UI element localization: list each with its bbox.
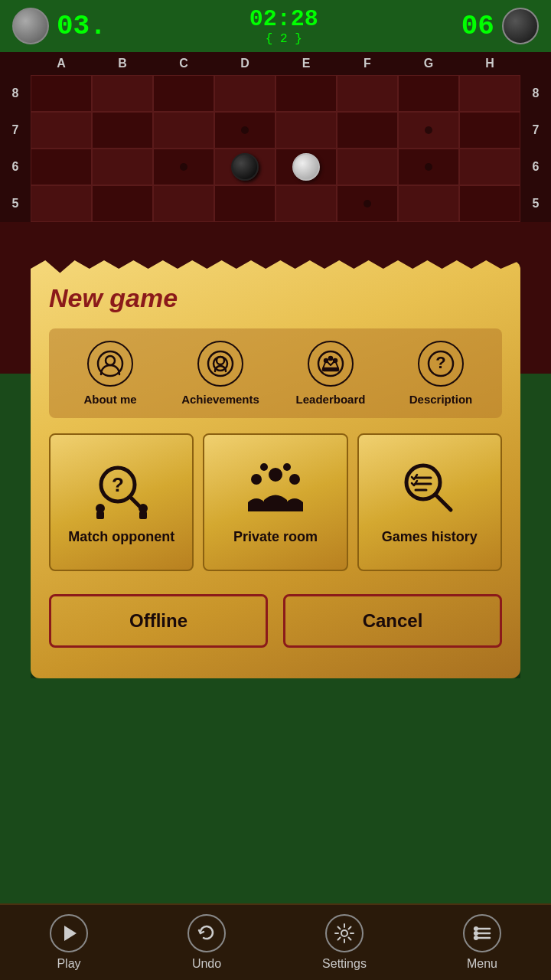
cell-b5[interactable] [92,185,153,222]
col-h: H [459,52,520,75]
dot-g6 [425,163,432,171]
piece-black-d6[interactable] [231,153,259,181]
nav-settings-label: Settings [322,957,367,971]
cell-g7[interactable] [398,112,459,149]
cell-e8[interactable] [276,75,337,112]
col-e: E [276,52,337,75]
dot-f5 [364,200,371,207]
cell-h8[interactable] [459,75,520,112]
nav-undo[interactable]: Undo [138,914,276,971]
dialog-title: New game [49,283,502,313]
dot-g7 [425,126,432,134]
cell-f8[interactable] [337,75,398,112]
cancel-button[interactable]: Cancel [283,594,502,648]
about-me-icon [96,350,124,377]
offline-button[interactable]: Offline [49,594,268,648]
svg-line-25 [435,495,451,510]
cell-g5[interactable] [398,185,459,222]
about-me-icon-circle [87,341,133,387]
private-room-icon [245,458,306,519]
about-me-item[interactable]: About me [55,341,165,406]
nav-menu[interactable]: Menu [413,914,551,971]
svg-point-5 [318,351,343,376]
nav-settings[interactable]: Settings [276,914,413,971]
timer-sub: { 2 } [249,32,318,46]
cell-f6[interactable] [337,149,398,185]
cell-a6[interactable] [31,149,92,185]
match-opponent-button[interactable]: ? Match opponent [49,433,194,571]
svg-point-20 [251,474,262,485]
achievements-item[interactable]: Achievements [165,341,276,406]
leaderboard-item[interactable]: Leaderboard [276,341,386,406]
svg-point-0 [106,356,115,365]
dot-c6 [180,163,187,171]
svg-point-23 [283,463,291,471]
new-game-dialog: New game About me [31,260,520,678]
status-bar: 03. 02:28 { 2 } 06 [0,0,551,52]
player-right: 06 [461,8,539,44]
cell-c7[interactable] [153,112,214,149]
cell-e5[interactable] [276,185,337,222]
cell-f7[interactable] [337,112,398,149]
svg-point-7 [324,359,328,362]
avatar-left [12,8,49,44]
cell-b7[interactable] [92,112,153,149]
cell-e6[interactable] [276,149,337,185]
achievements-icon-circle [197,341,243,387]
description-item[interactable]: ? Description [386,341,496,406]
play-icon [58,923,80,944]
svg-point-34 [474,927,478,930]
board-row-5: 5 5 [0,185,551,222]
cell-d7[interactable] [214,112,276,149]
description-icon-circle: ? [418,341,464,387]
board-row-6: 6 6 [0,149,551,185]
description-label: Description [409,393,473,406]
dot-d7 [241,126,249,134]
board-row-7: 7 7 [0,112,551,149]
cell-e7[interactable] [276,112,337,149]
board-row-8: 8 8 [0,75,551,112]
svg-rect-6 [323,368,338,371]
undo-icon [196,923,217,944]
cell-c5[interactable] [153,185,214,222]
corner-tr [520,52,551,75]
cell-c6[interactable] [153,149,214,185]
game-modes: ? Match opponent [49,433,502,571]
cell-a5[interactable] [31,185,92,222]
cell-g6[interactable] [398,149,459,185]
timer: 02:28 { 2 } [249,6,318,46]
private-room-button[interactable]: Private room [203,433,347,571]
games-history-label: Games history [382,528,478,546]
achievements-icon [207,350,234,377]
nav-play-label: Play [57,957,80,971]
undo-icon-circle [187,914,226,952]
cell-d8[interactable] [214,75,276,112]
play-icon-circle [50,914,88,952]
cell-d6[interactable] [214,149,276,185]
cell-c8[interactable] [153,75,214,112]
leaderboard-label: Leaderboard [296,393,366,406]
cell-d5[interactable] [214,185,276,222]
cell-a8[interactable] [31,75,92,112]
cell-h7[interactable] [459,112,520,149]
cell-a7[interactable] [31,112,92,149]
cell-b8[interactable] [92,75,153,112]
games-history-icon [399,458,460,519]
cell-b6[interactable] [92,149,153,185]
piece-white-e6[interactable] [292,153,320,181]
corner-tl [0,52,31,75]
cell-h5[interactable] [459,185,520,222]
cell-f5[interactable] [337,185,398,222]
cell-h6[interactable] [459,149,520,185]
cell-g8[interactable] [398,75,459,112]
games-history-button[interactable]: Games history [357,433,502,571]
nav-play[interactable]: Play [0,914,138,971]
about-me-label: About me [83,393,136,406]
nav-undo-label: Undo [192,957,221,971]
leaderboard-icon [317,350,344,377]
timer-main: 02:28 [249,6,318,32]
match-opponent-label: Match opponent [68,528,174,546]
player-left: 03. [12,8,106,44]
col-f: F [337,52,398,75]
board-header: A B C D E F G H [0,52,551,75]
